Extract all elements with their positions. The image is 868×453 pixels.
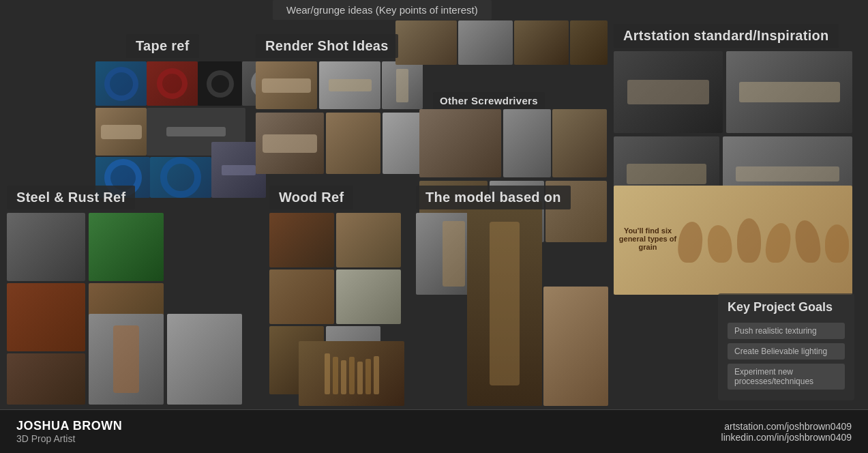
render-shot-5 [326, 113, 380, 174]
artstation-label: Artstation standard/Inspiration [614, 24, 839, 48]
render-shot-4 [256, 113, 324, 174]
other-screwdriver-2 [503, 109, 551, 177]
other-screwdrivers-label: Other Screwdrivers [433, 92, 545, 109]
author-name: JOSHUA BROWN [16, 419, 122, 433]
artstation-img-1 [614, 51, 723, 133]
footer-right: artstation.com/joshbrown0409 linkedin.co… [721, 421, 852, 443]
tape-image-6 [150, 157, 211, 198]
wear-grunge-banner: Wear/grunge ideas (Key points of interes… [273, 0, 492, 20]
tape-image-1 [95, 61, 147, 106]
wood-img-4 [336, 269, 401, 324]
goal-item-3: Experiment new processes/techniques [728, 364, 845, 390]
wear-screwdriver-3 [514, 20, 569, 65]
steel-img-2 [89, 213, 164, 281]
author-title: 3D Prop Artist [16, 433, 122, 444]
tape-image-2 [147, 61, 198, 106]
tape-ref-label: Tape ref [126, 34, 199, 58]
wear-screwdriver-2 [458, 20, 513, 65]
rust-tool-1 [89, 314, 164, 405]
footer-left: JOSHUA BROWN 3D Prop Artist [16, 419, 122, 444]
render-shot-label: Render Shot Ideas [256, 34, 398, 58]
tape-screwdriver-1 [95, 108, 147, 156]
wood-ref-label: Wood Ref [269, 186, 353, 209]
goal-item-1: Push realistic texturing [728, 323, 845, 339]
wear-screwdriver-1 [395, 20, 457, 65]
model-based-label: The model based on [416, 186, 571, 209]
steel-rust-label: Steel & Rust Ref [7, 186, 135, 209]
artstation-link[interactable]: artstation.com/joshbrown0409 [721, 421, 852, 432]
linkedin-link[interactable]: linkedin.com/in/joshbrown0409 [721, 432, 852, 443]
steel-img-1 [7, 213, 85, 281]
tape-image-3 [198, 61, 242, 106]
goals-title: Key Project Goals [728, 300, 845, 315]
wood-grain-illustration: You'll find six general types of grain [614, 186, 852, 295]
model-screwdriver-main [467, 201, 542, 406]
other-screwdriver-3 [552, 109, 607, 177]
artstation-img-2 [726, 51, 852, 133]
rust-tool-2 [167, 314, 242, 405]
model-wood-closeup [543, 287, 608, 406]
goal-item-2: Create Believable lighting [728, 343, 845, 360]
render-shot-1 [256, 61, 317, 109]
wood-img-2 [336, 213, 401, 267]
other-screwdriver-1 [419, 109, 501, 177]
wear-screwdriver-4 [570, 20, 608, 65]
goals-box: Key Project Goals Push realistic texturi… [718, 293, 854, 400]
wood-img-1 [269, 213, 334, 267]
footer: JOSHUA BROWN 3D Prop Artist artstation.c… [0, 409, 868, 453]
render-shot-2 [319, 61, 380, 109]
moodboard: Wear/grunge ideas (Key points of interes… [0, 0, 868, 409]
render-shot-3 [382, 61, 423, 109]
screwdriver-set [299, 341, 404, 406]
wood-img-3 [269, 269, 334, 324]
rust-img-1 [7, 283, 85, 351]
rust-img-3 [7, 353, 85, 405]
